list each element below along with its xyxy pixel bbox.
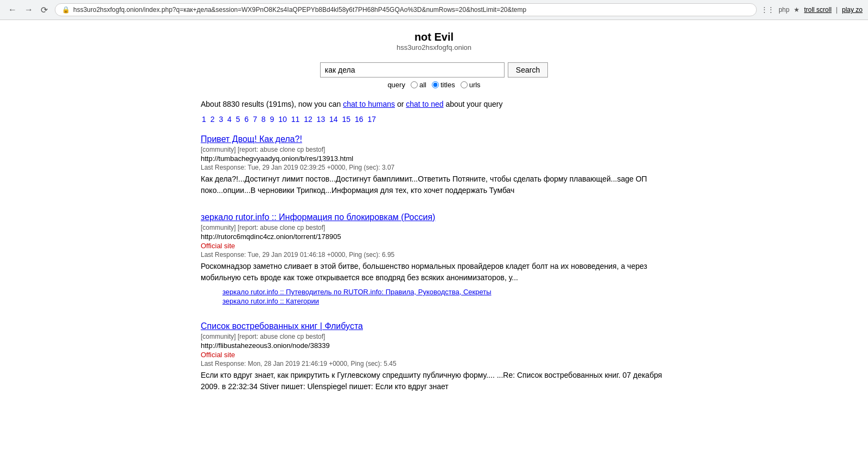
troll-scroll-link[interactable]: troll scroll bbox=[804, 6, 832, 14]
site-url: hss3uro2hsxfogfq.onion bbox=[201, 43, 667, 51]
pagination-page-1[interactable]: 1 bbox=[202, 115, 206, 124]
result-title-link-2[interactable]: зеркало rutor.info :: Информация по блок… bbox=[201, 212, 435, 222]
pagination-page-3[interactable]: 3 bbox=[219, 115, 223, 124]
result-meta-3: Last Response: Mon, 28 Jan 2019 21:46:19… bbox=[201, 360, 667, 367]
secure-icon: 🔒 bbox=[62, 6, 70, 14]
result-actions-1: [community] [report: abuse clone cp best… bbox=[201, 146, 667, 153]
result-snippet-3: Если кто вдруг знает, как прикрутить к Г… bbox=[201, 370, 667, 392]
result-item-1: Привет Двощ! Как дела?![community] [repo… bbox=[201, 134, 667, 196]
option-titles[interactable]: titles bbox=[432, 81, 455, 89]
star-icon: ★ bbox=[794, 6, 800, 14]
pagination-page-12[interactable]: 12 bbox=[304, 115, 312, 124]
search-button[interactable]: Search bbox=[508, 62, 548, 78]
pagination-page-6[interactable]: 6 bbox=[244, 115, 248, 124]
radio-urls[interactable] bbox=[461, 81, 468, 88]
pagination-page-7[interactable]: 7 bbox=[253, 115, 257, 124]
sub-result-link-2-1[interactable]: зеркало rutor.info :: Категории bbox=[222, 297, 667, 305]
nav-buttons: ← → ⟳ bbox=[5, 4, 50, 16]
option-all[interactable]: all bbox=[411, 81, 426, 89]
pagination-page-10[interactable]: 10 bbox=[278, 115, 287, 124]
search-input[interactable] bbox=[320, 62, 505, 78]
separator: | bbox=[836, 6, 838, 14]
search-options: query all titles urls bbox=[387, 81, 480, 89]
browser-chrome: ← → ⟳ 🔒 ⋮⋮ php ★ troll scroll | play zo bbox=[0, 0, 868, 20]
back-button[interactable]: ← bbox=[5, 4, 20, 16]
result-snippet-2: Роскомнадзор заметно сливает в этой битв… bbox=[201, 261, 667, 283]
forward-button[interactable]: → bbox=[22, 4, 36, 16]
page-content: not Evil hss3uro2hsxfogfq.onion Search q… bbox=[190, 20, 678, 420]
result-item-3: Список востребованных книг | Флибуста[co… bbox=[201, 321, 667, 392]
pagination-page-15[interactable]: 15 bbox=[342, 115, 351, 124]
address-bar: 🔒 bbox=[55, 3, 757, 16]
result-url-1: http://tumbachegvyaadyq.onion/b/res/1391… bbox=[201, 154, 667, 163]
reload-button[interactable]: ⟳ bbox=[38, 4, 50, 16]
pagination-page-13[interactable]: 13 bbox=[317, 115, 326, 124]
php-badge: php bbox=[778, 6, 789, 14]
result-meta-1: Last Response: Tue, 29 Jan 2019 02:39:25… bbox=[201, 164, 667, 171]
pagination-page-8[interactable]: 8 bbox=[261, 115, 266, 124]
results-info: About 8830 results (191ms), now you can … bbox=[201, 100, 667, 108]
result-title-1: Привет Двощ! Как дела?! bbox=[201, 134, 667, 144]
results-count-text: About 8830 results (191ms), now you can bbox=[201, 100, 343, 108]
result-official-site-2: Official site bbox=[201, 242, 667, 250]
site-title: not Evil bbox=[201, 31, 667, 43]
radio-all[interactable] bbox=[411, 81, 418, 88]
pagination-page-2[interactable]: 2 bbox=[210, 115, 215, 124]
sub-results-2: зеркало rutor.info :: Путеводитель по RU… bbox=[201, 288, 667, 305]
pagination-page-11[interactable]: 11 bbox=[291, 115, 300, 124]
search-form: Search query all titles urls bbox=[201, 62, 667, 89]
all-label: all bbox=[419, 81, 426, 89]
play-zo-link[interactable]: play zo bbox=[842, 6, 863, 14]
pagination-page-17[interactable]: 17 bbox=[367, 115, 376, 124]
result-meta-2: Last Response: Tue, 29 Jan 2019 01:46:18… bbox=[201, 251, 667, 259]
or-text: or bbox=[395, 100, 406, 108]
pagination-page-9[interactable]: 9 bbox=[270, 115, 275, 124]
query-label: query bbox=[387, 81, 405, 89]
extensions-icon: ⋮⋮ bbox=[761, 6, 774, 14]
results-container: Привет Двощ! Как дела?![community] [repo… bbox=[201, 134, 667, 392]
option-urls[interactable]: urls bbox=[461, 81, 481, 89]
chat-ned-link[interactable]: chat to ned bbox=[406, 100, 443, 108]
address-bar-input[interactable] bbox=[73, 6, 750, 14]
chat-humans-link[interactable]: chat to humans bbox=[343, 100, 395, 108]
pagination-page-5[interactable]: 5 bbox=[236, 115, 240, 124]
pagination: 1 2 3 4 5 6 7 8 9 10 11 12 13 14 15 16 1… bbox=[201, 115, 667, 124]
pagination-page-16[interactable]: 16 bbox=[355, 115, 363, 124]
result-actions-3: [community] [report: abuse clone cp best… bbox=[201, 333, 667, 340]
result-snippet-1: Как дела?!...Достигнут лимит постов...До… bbox=[201, 173, 667, 196]
pagination-page-14[interactable]: 14 bbox=[329, 115, 338, 124]
urls-label: urls bbox=[469, 81, 481, 89]
result-item-2: зеркало rutor.info :: Информация по блок… bbox=[201, 212, 667, 305]
search-row: Search bbox=[320, 62, 548, 78]
browser-actions: ⋮⋮ php ★ troll scroll | play zo bbox=[761, 6, 863, 14]
result-title-link-3[interactable]: Список востребованных книг | Флибуста bbox=[201, 321, 363, 331]
result-title-2: зеркало rutor.info :: Информация по блок… bbox=[201, 212, 667, 222]
pagination-page-4[interactable]: 4 bbox=[227, 115, 232, 124]
result-actions-2: [community] [report: abuse clone cp best… bbox=[201, 224, 667, 231]
sub-result-link-2-0[interactable]: зеркало rutor.info :: Путеводитель по RU… bbox=[222, 288, 667, 296]
result-title-3: Список востребованных книг | Флибуста bbox=[201, 321, 667, 331]
result-url-2: http://rutorc6mqdinc4cz.onion/torrent/17… bbox=[201, 233, 667, 241]
radio-titles[interactable] bbox=[432, 81, 439, 88]
results-after-text: about your query bbox=[444, 100, 503, 108]
titles-label: titles bbox=[441, 81, 455, 89]
result-official-site-3: Official site bbox=[201, 351, 667, 359]
result-title-link-1[interactable]: Привет Двощ! Как дела?! bbox=[201, 134, 302, 144]
site-header: not Evil hss3uro2hsxfogfq.onion bbox=[201, 31, 667, 51]
result-url-3: http://flibustahezeous3.onion/node/38339 bbox=[201, 341, 667, 350]
